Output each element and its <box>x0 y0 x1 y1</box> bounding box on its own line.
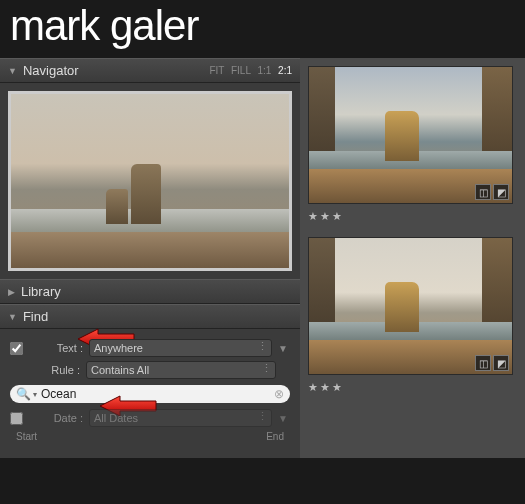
page-title: mark galer <box>0 0 525 58</box>
thumbnail[interactable]: ◫ ◩ <box>308 66 513 204</box>
find-header[interactable]: ▼ Find <box>0 304 300 329</box>
text-checkbox[interactable] <box>10 342 23 355</box>
zoom-fill[interactable]: FILL <box>231 65 251 76</box>
date-label: Date : <box>27 412 83 424</box>
expander-icon[interactable]: ▼ <box>276 343 290 354</box>
crop-badge-icon[interactable]: ◩ <box>493 184 509 200</box>
metadata-badge-icon[interactable]: ◫ <box>475 184 491 200</box>
zoom-levels: FIT FILL 1:1 2:1 <box>205 65 292 76</box>
crop-badge-icon[interactable]: ◩ <box>493 355 509 371</box>
left-panel: ▼ Navigator FIT FILL 1:1 2:1 ▶ Library ▼… <box>0 58 300 458</box>
grid-area: ◫ ◩ ★★★ ◫ ◩ ★★★ <box>300 58 525 458</box>
navigator-label: Navigator <box>23 63 205 78</box>
search-input[interactable] <box>41 387 274 401</box>
date-select: All Dates <box>89 409 272 427</box>
find-date-row: Date : All Dates ▼ <box>10 409 290 427</box>
zoom-fit[interactable]: FIT <box>209 65 224 76</box>
disclosure-triangle-icon: ▼ <box>8 66 17 76</box>
text-label: Text : <box>27 342 83 354</box>
date-end-label: End <box>266 431 284 442</box>
library-header[interactable]: ▶ Library <box>0 279 300 304</box>
navigator-preview[interactable] <box>8 91 292 271</box>
search-dropdown-icon[interactable]: ▾ <box>33 390 37 399</box>
zoom-1-1[interactable]: 1:1 <box>257 65 271 76</box>
find-panel: Text : Anywhere ▼ Rule : Contains All <box>0 329 300 458</box>
search-icon: 🔍 <box>16 387 31 401</box>
find-label: Find <box>23 309 292 324</box>
expander-icon[interactable]: ▼ <box>276 413 290 424</box>
rating-stars[interactable]: ★★★ <box>308 381 517 394</box>
thumbnail[interactable]: ◫ ◩ <box>308 237 513 375</box>
disclosure-triangle-icon: ▶ <box>8 287 15 297</box>
text-scope-select[interactable]: Anywhere <box>89 339 272 357</box>
rule-label: Rule : <box>24 364 80 376</box>
find-text-row: Text : Anywhere ▼ <box>10 339 290 357</box>
date-start-label: Start <box>16 431 37 442</box>
metadata-badge-icon[interactable]: ◫ <box>475 355 491 371</box>
clear-icon[interactable]: ⊗ <box>274 387 284 401</box>
find-rule-row: Rule : Contains All <box>10 361 290 379</box>
rating-stars[interactable]: ★★★ <box>308 210 517 223</box>
rule-select[interactable]: Contains All <box>86 361 276 379</box>
navigator-header[interactable]: ▼ Navigator FIT FILL 1:1 2:1 <box>0 58 300 83</box>
library-label: Library <box>21 284 292 299</box>
search-field[interactable]: 🔍 ▾ ⊗ <box>10 385 290 403</box>
date-range: Start End <box>10 431 290 448</box>
date-checkbox[interactable] <box>10 412 23 425</box>
zoom-2-1[interactable]: 2:1 <box>278 65 292 76</box>
disclosure-triangle-icon: ▼ <box>8 312 17 322</box>
